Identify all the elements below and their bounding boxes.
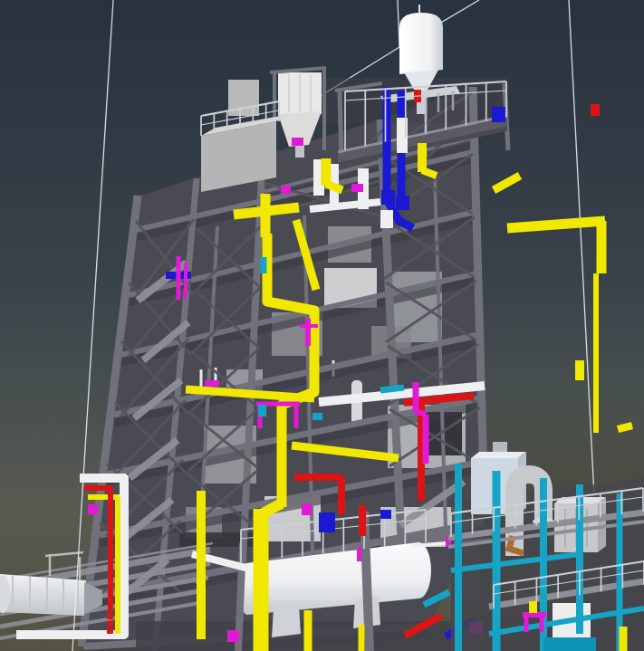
teal-base [543,637,596,651]
yellow-valve [529,601,537,613]
3d-viewport[interactable] [0,0,644,651]
plant-model-scene [0,0,644,651]
